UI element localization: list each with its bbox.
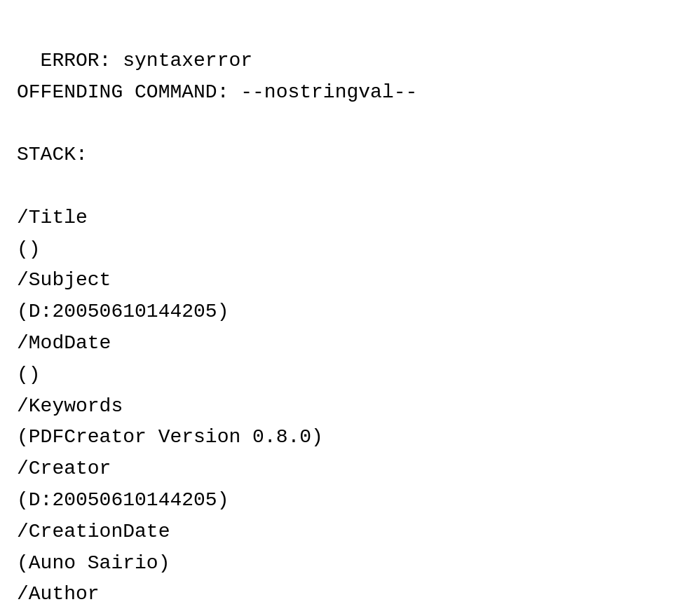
stack-item-subject: /Subject xyxy=(17,269,111,291)
stack-item-keywords: /Keywords xyxy=(17,395,123,417)
stack-item-date2: (D:20050610144205) xyxy=(17,489,229,511)
terminal-output: ERROR: syntaxerror OFFENDING COMMAND: --… xyxy=(17,14,656,616)
stack-item-title: /Title xyxy=(17,207,88,228)
stack-item-moddate: /ModDate xyxy=(17,332,111,354)
stack-item-creationdate: /CreationDate xyxy=(17,521,170,542)
stack-item-empty2: () xyxy=(17,364,41,385)
error-line2: OFFENDING COMMAND: --nostringval-- xyxy=(17,81,417,103)
stack-label: STACK: xyxy=(17,144,88,165)
stack-item-auno: (Auno Sairio) xyxy=(17,552,170,574)
error-line1: ERROR: syntaxerror xyxy=(41,50,252,71)
stack-item-pdfcreator: (PDFCreator Version 0.8.0) xyxy=(17,426,323,448)
stack-item-author: /Author xyxy=(17,583,100,605)
stack-item-empty1: () xyxy=(17,238,41,260)
stack-item-date1: (D:20050610144205) xyxy=(17,301,229,322)
stack-item-creator: /Creator xyxy=(17,458,111,479)
